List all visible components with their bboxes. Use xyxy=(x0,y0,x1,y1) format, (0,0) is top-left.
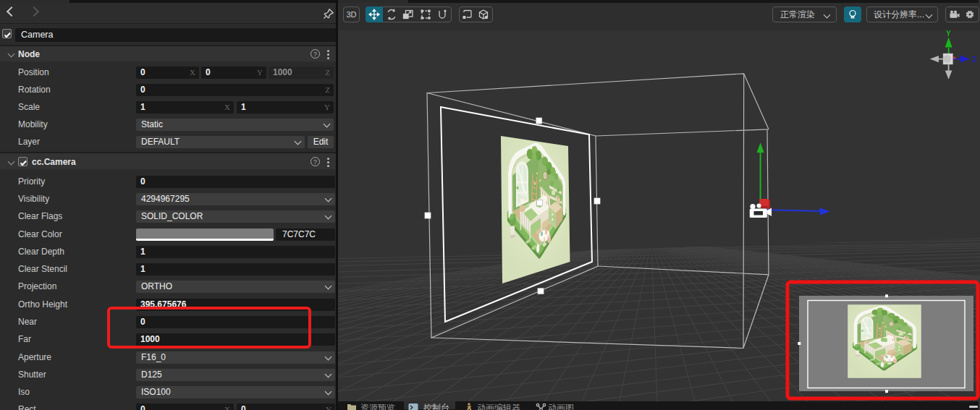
svg-text:Z: Z xyxy=(972,56,976,64)
svg-text:Y: Y xyxy=(946,30,951,38)
